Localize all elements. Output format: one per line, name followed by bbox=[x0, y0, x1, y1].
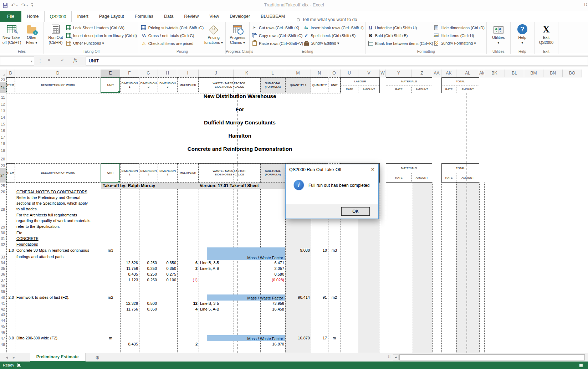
column-header-bm[interactable]: BM bbox=[524, 70, 543, 77]
ribbon-button-underline-ctrl-shift-u[interactable]: UUnderline (Ctrl+Shift+U) bbox=[368, 24, 433, 31]
row-header-45[interactable]: 45 bbox=[0, 323, 6, 329]
row-header-41[interactable]: 41 bbox=[0, 301, 6, 306]
ribbon-button-progress-claims[interactable]: Progress Claims ▾ bbox=[227, 23, 247, 45]
ribbon-button-lock-sheet-headers-ctrl-w[interactable]: Lock Sheet Headers (Ctrl+W) bbox=[66, 24, 137, 31]
tab-insert[interactable]: Insert bbox=[72, 11, 93, 22]
column-header-i[interactable]: I bbox=[177, 70, 199, 77]
row-header-46[interactable]: 46 bbox=[0, 329, 6, 335]
tab-home[interactable]: Home bbox=[21, 11, 44, 22]
row-header-18[interactable]: 18 bbox=[0, 141, 6, 146]
cancel-icon[interactable]: ✕ bbox=[47, 57, 51, 63]
column-header-bo[interactable]: BO bbox=[563, 70, 582, 77]
column-header-e[interactable]: E bbox=[101, 70, 120, 77]
normal-view-icon[interactable]: ▦ bbox=[579, 363, 583, 368]
column-header-k[interactable]: K bbox=[234, 70, 260, 77]
tabbar-divider[interactable]: ⁞⁞ bbox=[388, 355, 391, 359]
row-header-23[interactable]: 23 bbox=[0, 163, 6, 168]
ribbon-button-exit-qs2000[interactable]: XExit QS2000 bbox=[536, 23, 556, 45]
row-header-17[interactable]: 17 bbox=[0, 133, 6, 141]
tab-page-layout[interactable]: Page Layout bbox=[94, 11, 129, 22]
tellme-box[interactable]: Tell me what you want to do bbox=[297, 17, 357, 22]
row-header-23[interactable]: 23 bbox=[0, 77, 6, 82]
ribbon-button-new-take-off-ctrl-t[interactable]: New Take- off (Ctrl+T) bbox=[2, 23, 22, 45]
tab-view[interactable]: View bbox=[204, 11, 224, 22]
column-header-bk[interactable]: BK bbox=[484, 70, 505, 77]
ribbon-button-other-files[interactable]: Other Files ▾ bbox=[22, 23, 42, 45]
column-header-aa[interactable]: AA bbox=[432, 70, 441, 77]
row-header-47[interactable]: 47 bbox=[0, 335, 6, 341]
column-header-bl[interactable]: BL bbox=[505, 70, 524, 77]
close-icon[interactable]: ✕ bbox=[371, 167, 375, 172]
row-header-40[interactable]: 40 bbox=[0, 294, 6, 301]
tab-developer[interactable]: Developer bbox=[224, 11, 255, 22]
row-header-24[interactable]: 24 bbox=[0, 168, 6, 183]
row-header-34[interactable]: 34 bbox=[0, 260, 6, 266]
column-header-u[interactable]: U bbox=[341, 70, 358, 77]
ribbon-button-pricing-sub-totals-ctrl-shift-g[interactable]: Pricing sub-totals (Ctrl+Shift+G) bbox=[141, 24, 204, 31]
horizontal-scrollbar[interactable]: ◄ bbox=[393, 354, 588, 361]
ribbon-button-insert-description-from-library-ctrl-i[interactable]: Insert description from library (Ctrl+I) bbox=[66, 32, 137, 39]
column-header-y[interactable]: Y bbox=[386, 70, 412, 77]
select-all-corner[interactable] bbox=[0, 70, 6, 77]
ribbon-button-utilities[interactable]: Utilities ▾ bbox=[489, 23, 508, 45]
formula-input[interactable]: UNIT bbox=[86, 56, 588, 66]
column-header-bn[interactable]: BN bbox=[543, 70, 563, 77]
column-header-d[interactable]: D bbox=[15, 70, 101, 77]
row-header-33[interactable]: 33 bbox=[0, 254, 6, 260]
row-header-25[interactable]: 25 bbox=[0, 183, 6, 189]
row-header-24[interactable]: 24 bbox=[0, 82, 6, 93]
scroll-left-icon[interactable]: ◄ bbox=[393, 354, 399, 360]
column-header-j[interactable]: J bbox=[199, 70, 234, 77]
tab-review[interactable]: Review bbox=[179, 11, 204, 22]
row-header-20[interactable]: 20 bbox=[0, 154, 6, 163]
row-header-48[interactable]: 48 bbox=[0, 341, 6, 347]
row-header-39[interactable]: 39 bbox=[0, 289, 6, 294]
ribbon-button-copy-rows-ctrl-shift-c[interactable]: Copy rows (Ctrl+Shift+C) bbox=[251, 32, 303, 39]
row-header-31[interactable]: 31 bbox=[0, 236, 6, 241]
ribbon-button-blank-line-between-items-ctrl-k[interactable]: Blank line between items (Ctrl+K) bbox=[368, 40, 433, 47]
row-header-32[interactable]: 32 bbox=[0, 241, 6, 247]
ribbon-button-gross-nett-totals-ctrl-g[interactable]: ªAGross / nett totals (Ctrl+G) bbox=[141, 32, 204, 39]
row-header-19[interactable]: 19 bbox=[0, 146, 6, 154]
row-header-16[interactable]: 16 bbox=[0, 128, 6, 133]
add-sheet-icon[interactable]: ⊕ bbox=[96, 355, 100, 360]
row-header-43[interactable]: 43 bbox=[0, 312, 6, 318]
macro-record-icon[interactable] bbox=[17, 363, 21, 367]
row-header-28[interactable]: 28 bbox=[0, 206, 6, 212]
row-header-15[interactable]: 15 bbox=[0, 120, 6, 128]
column-header-m[interactable]: M bbox=[285, 70, 311, 77]
scrollbar-thumb[interactable] bbox=[399, 354, 585, 360]
ribbon-button-cut-rows-ctrl-shift-x[interactable]: ✂Cut rows (Ctrl+Shift+X) bbox=[251, 24, 303, 31]
enter-icon[interactable]: ✓ bbox=[61, 57, 65, 63]
column-header-f[interactable]: F bbox=[120, 70, 139, 77]
row-header-35[interactable]: 35 bbox=[0, 266, 6, 271]
column-header-n[interactable]: N bbox=[311, 70, 328, 77]
sheet-nav-right-icon[interactable]: ► bbox=[12, 355, 16, 359]
row-header-38[interactable]: 38 bbox=[0, 283, 6, 289]
ok-button[interactable]: OK bbox=[341, 207, 370, 216]
row-header-11[interactable]: 11 bbox=[0, 93, 6, 102]
row-header-29[interactable]: 29 bbox=[0, 224, 6, 230]
ribbon-button-hide-dimensions-ctrl-d[interactable]: Hide dimensions (Ctrl+D) bbox=[433, 24, 485, 31]
tab-qs2000[interactable]: QS2000 bbox=[44, 11, 72, 22]
selected-cell[interactable] bbox=[101, 77, 120, 93]
ribbon-button-check-all-items-are-priced[interactable]: ⚠Check all items are priced bbox=[141, 40, 204, 47]
ribbon-button-sundry-formatting[interactable]: Sundry Formatting ▾ bbox=[433, 40, 485, 47]
row-header-42[interactable]: 42 bbox=[0, 306, 6, 312]
sheet-nav-left-icon[interactable]: ◄ bbox=[5, 355, 9, 359]
column-header-w[interactable]: W bbox=[380, 70, 386, 77]
ribbon-button-bold-ctrl-shift-b[interactable]: BBold (Ctrl+Shift+B) bbox=[368, 32, 433, 39]
row-header-30[interactable]: 30 bbox=[0, 230, 6, 236]
ribbon-button-spell-check-ctrl-shift-s[interactable]: ✓Spell check (Ctrl+Shift+S) bbox=[303, 32, 364, 39]
ribbon-button-run-out-ctrl-r[interactable]: Run Out (Ctrl+R) bbox=[46, 23, 66, 45]
column-header-g[interactable]: G bbox=[139, 70, 158, 77]
row-header-14[interactable]: 14 bbox=[0, 115, 6, 120]
column-header-o[interactable]: O bbox=[328, 70, 341, 77]
tab-formulas[interactable]: Formulas bbox=[129, 11, 159, 22]
column-header-z[interactable]: Z bbox=[412, 70, 432, 77]
row-header-36[interactable]: 36 bbox=[0, 271, 6, 277]
ribbon-button-paste-rows-ctrl-shift-v[interactable]: Paste rows (Ctrl+Shift+V) bbox=[251, 40, 303, 47]
ribbon-button-hide-items-ctrl-h[interactable]: Hide items (Ctrl+H) bbox=[433, 32, 485, 39]
row-header-13[interactable]: 13 bbox=[0, 107, 6, 115]
tab-file[interactable]: File bbox=[0, 11, 21, 22]
